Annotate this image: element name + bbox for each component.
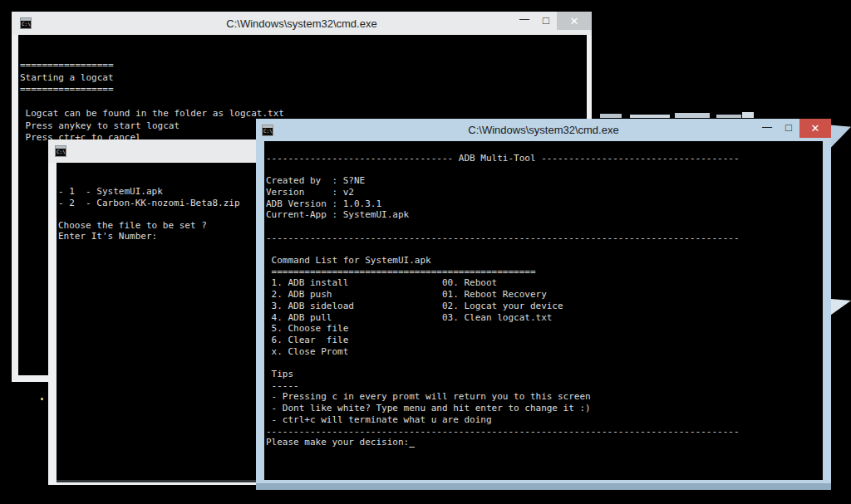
titlebar-middle[interactable] — [48, 139, 264, 163]
window-bottom-border — [256, 483, 831, 490]
cmd-window-front: C:\Windows\system32\cmd.exe — □ ✕ ------… — [256, 119, 831, 490]
console-text: ---------------------------------- ADB M… — [266, 153, 740, 448]
occluded-window-fragment — [675, 113, 710, 118]
minimize-icon: — — [762, 121, 772, 133]
close-button[interactable]: ✕ — [557, 12, 592, 30]
cmd-icon — [55, 145, 66, 157]
minimize-icon: — — [519, 13, 529, 25]
titlebar-back[interactable]: C:\Windows\system32\cmd.exe — □ ✕ — [12, 12, 592, 35]
maximize-icon: □ — [543, 14, 549, 27]
close-icon: ✕ — [811, 122, 820, 135]
desktop: C:\Windows\system32\cmd.exe — □ ✕ ======… — [0, 0, 851, 504]
maximize-icon: □ — [785, 121, 792, 134]
minimize-button[interactable]: — — [514, 12, 535, 30]
console-output-middle[interactable]: - 1 - SystemUI.apk - 2 - Carbon-KK-nozom… — [57, 163, 264, 482]
text-cursor: _ — [409, 437, 415, 448]
window-title: C:\Windows\system32\cmd.exe — [12, 17, 592, 30]
maximize-button[interactable]: □ — [535, 12, 557, 30]
maximize-button[interactable]: □ — [778, 119, 799, 138]
occluded-window-fragment — [716, 115, 741, 118]
occluded-window-fragment — [630, 115, 670, 118]
occluded-window-fragment — [742, 112, 754, 118]
cmd-icon — [20, 17, 32, 29]
occluded-window-fragment — [600, 114, 622, 118]
titlebar-front[interactable]: C:\Windows\system32\cmd.exe — □ ✕ — [256, 119, 831, 141]
close-button[interactable]: ✕ — [799, 119, 831, 138]
cmd-icon — [262, 125, 273, 136]
desktop-artifact — [41, 398, 43, 400]
window-title: C:\Windows\system32\cmd.exe — [256, 124, 831, 136]
minimize-button[interactable]: — — [756, 119, 778, 138]
close-icon: ✕ — [570, 15, 579, 27]
console-output-front[interactable]: ---------------------------------- ADB M… — [264, 141, 823, 480]
cmd-window-middle: - 1 - SystemUI.apk - 2 - Carbon-KK-nozom… — [48, 139, 264, 485]
